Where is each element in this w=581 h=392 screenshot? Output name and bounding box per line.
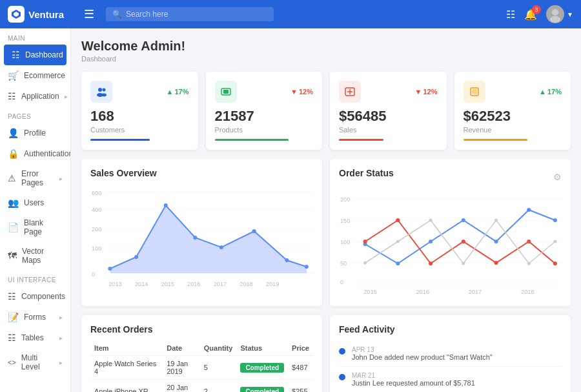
svg-rect-14 xyxy=(472,89,477,94)
svg-point-73 xyxy=(462,262,465,265)
svg-point-37 xyxy=(193,236,197,240)
menu-toggle-button[interactable]: ☰ xyxy=(79,5,99,24)
chevron-right-icon: ▸ xyxy=(59,314,63,321)
feed-dot xyxy=(339,374,345,380)
svg-point-40 xyxy=(285,258,289,262)
svg-point-74 xyxy=(494,219,498,222)
user-menu-button[interactable]: ▼ xyxy=(546,5,573,23)
logo: Ventura xyxy=(8,6,72,23)
apps-icon[interactable]: ☷ xyxy=(506,8,515,21)
revenue-icon xyxy=(464,81,485,103)
sidebar-item-vector-maps[interactable]: 🗺 Vector Maps xyxy=(0,242,70,270)
sidebar-item-label: Forms xyxy=(24,313,54,322)
sidebar-item-label: Multi Level xyxy=(21,353,54,371)
svg-point-70 xyxy=(363,262,367,265)
gear-icon[interactable]: ⚙ xyxy=(553,172,562,182)
col-price: Price xyxy=(288,341,313,356)
charts-row: Sales Overview 600 400 200 100 0 2013 20… xyxy=(81,159,571,306)
sidebar-main-label: Main xyxy=(0,28,70,45)
main-layout: Main ☷ Dashboard 🛒 Ecommerce ▸ ☷ Applica… xyxy=(0,28,581,392)
sidebar-item-dashboard[interactable]: ☷ Dashboard xyxy=(4,45,66,65)
svg-text:0: 0 xyxy=(92,271,95,278)
components-icon: ☷ xyxy=(8,291,16,302)
svg-point-63 xyxy=(363,240,367,243)
products-value: 21587 xyxy=(215,108,314,125)
revenue-pct: ▲ 17% xyxy=(539,88,562,96)
order-status: Completed xyxy=(236,380,288,393)
svg-point-58 xyxy=(429,240,433,243)
svg-text:2018: 2018 xyxy=(521,289,534,295)
recent-orders-title: Recent Orders xyxy=(90,324,313,335)
topnav-right: ☷ 🔔 3 ▼ xyxy=(506,5,573,23)
svg-point-57 xyxy=(396,262,400,265)
recent-orders-card: Recent Orders Item Date Quantity Status … xyxy=(81,315,322,392)
sidebar-item-profile[interactable]: 👤 Profile xyxy=(0,123,70,143)
sidebar-item-tables[interactable]: ☷ Tables ▸ xyxy=(0,327,70,348)
svg-point-60 xyxy=(494,240,498,243)
products-label: Products xyxy=(215,126,314,134)
svg-text:200: 200 xyxy=(92,226,101,232)
svg-text:2014: 2014 xyxy=(135,281,148,287)
main-content: Welcome Admin! Dashboard ▲ 17% 168 Custo… xyxy=(71,28,581,392)
sidebar-item-ecommerce[interactable]: 🛒 Ecommerce ▸ xyxy=(0,65,70,86)
sidebar-item-application[interactable]: ☷ Application ▸ xyxy=(0,86,70,107)
products-icon xyxy=(215,81,237,103)
svg-text:150: 150 xyxy=(340,218,350,224)
chevron-right-icon: ▸ xyxy=(59,175,63,182)
customers-label: Customers xyxy=(90,126,189,134)
order-date: 19 Jan 2019 xyxy=(163,356,200,380)
svg-text:2017: 2017 xyxy=(469,289,482,295)
sales-overview-title: Sales Overview xyxy=(90,168,313,178)
sidebar-item-users[interactable]: 👥 Users xyxy=(0,192,70,213)
sidebar-item-forms[interactable]: 📝 Forms ▸ xyxy=(0,307,70,327)
svg-text:0: 0 xyxy=(340,279,343,285)
sidebar-item-blank-page[interactable]: 📄 Blank Page xyxy=(0,213,70,242)
order-qty: 5 xyxy=(200,356,237,380)
sidebar-item-label: Users xyxy=(24,198,63,207)
customers-pct: ▲ 17% xyxy=(167,88,189,96)
svg-point-65 xyxy=(429,262,433,265)
sidebar-item-label: Blank Page xyxy=(24,218,63,236)
sales-label: Sales xyxy=(339,126,438,134)
search-box[interactable]: 🔍 xyxy=(106,7,274,21)
sales-value: $56485 xyxy=(339,108,438,125)
svg-text:600: 600 xyxy=(92,190,101,196)
forms-icon: 📝 xyxy=(8,312,19,322)
feed-activity-card: Feed Activity APR 13 John Doe added new … xyxy=(330,315,571,392)
svg-point-38 xyxy=(219,245,223,249)
application-icon: ☷ xyxy=(8,91,16,101)
sales-overview-card: Sales Overview 600 400 200 100 0 2013 20… xyxy=(81,159,322,306)
svg-point-39 xyxy=(252,229,256,233)
svg-text:2018: 2018 xyxy=(240,281,252,287)
svg-point-61 xyxy=(527,208,531,212)
svg-point-3 xyxy=(550,16,560,23)
svg-text:2015: 2015 xyxy=(364,289,377,295)
page-title: Welcome Admin! xyxy=(81,39,571,54)
order-status-chart: 200 150 100 50 0 2015 2016 2017 2018 xyxy=(339,194,562,297)
order-price: $255 xyxy=(288,380,313,393)
svg-text:2013: 2013 xyxy=(108,281,121,287)
sidebar-item-components[interactable]: ☷ Components xyxy=(0,286,70,307)
search-input[interactable] xyxy=(126,10,267,19)
sidebar-item-authentication[interactable]: 🔒 Authentication ▸ xyxy=(0,143,70,164)
order-status-card: Order Status ⚙ 200 150 100 50 0 2015 201… xyxy=(330,159,571,306)
sales-bar xyxy=(339,139,383,141)
sidebar-item-label: Application xyxy=(21,92,59,101)
svg-point-41 xyxy=(305,265,309,269)
order-date: 20 Jan 2019 xyxy=(163,380,200,393)
topnav: Ventura ☰ 🔍 ☷ 🔔 3 ▼ xyxy=(0,0,581,28)
sidebar-item-multi-level[interactable]: <> Multi Level ▸ xyxy=(0,348,70,377)
stat-cards: ▲ 17% 168 Customers ▼ 12% 21587 Products xyxy=(81,72,571,150)
svg-text:2016: 2016 xyxy=(416,289,429,295)
sidebar-item-error-pages[interactable]: ⚠ Error Pages ▸ xyxy=(0,164,70,192)
notifications-icon[interactable]: 🔔 3 xyxy=(524,8,537,21)
feed-activity-title: Feed Activity xyxy=(339,324,562,335)
svg-text:2017: 2017 xyxy=(214,281,227,287)
svg-point-2 xyxy=(552,9,558,15)
svg-point-34 xyxy=(108,267,112,271)
sidebar-pages-label: Pages xyxy=(0,107,70,123)
svg-point-71 xyxy=(396,240,400,243)
sidebar-item-label: Tables xyxy=(21,333,54,342)
feed-content: APR 13 John Doe added new product "Smart… xyxy=(352,346,493,361)
svg-rect-9 xyxy=(223,90,229,94)
